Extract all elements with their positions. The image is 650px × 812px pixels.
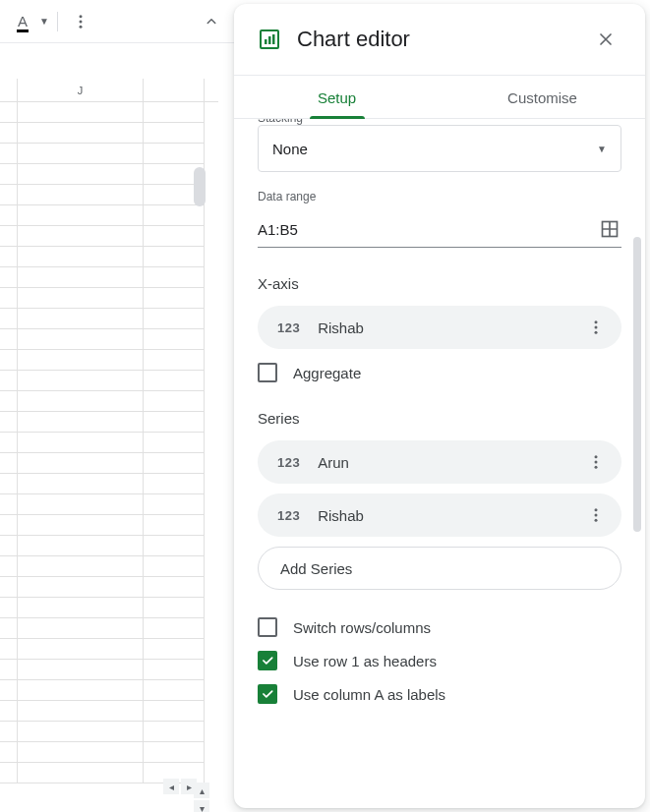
series-type-badge: 123 [277, 508, 300, 523]
grid-row[interactable] [0, 680, 218, 701]
add-series-label: Add Series [280, 560, 352, 577]
svg-point-15 [595, 466, 598, 469]
grid-row[interactable] [0, 536, 218, 556]
svg-point-17 [595, 514, 598, 517]
grid-row[interactable] [0, 288, 218, 309]
stacking-select[interactable]: None ▼ [258, 125, 621, 172]
use-column-a-labels-row[interactable]: Use column A as labels [258, 684, 621, 704]
series-chip-label: Rishab [318, 507, 578, 524]
grid-row[interactable] [0, 577, 218, 598]
grid-row[interactable] [0, 701, 218, 722]
chevron-up-icon [203, 13, 220, 30]
select-range-button[interactable] [598, 217, 621, 241]
grid-row[interactable] [0, 226, 218, 247]
x-axis-chip[interactable]: 123 Rishab [258, 306, 621, 349]
grid-row[interactable] [0, 722, 218, 742]
aggregate-checkbox-row[interactable]: Aggregate [258, 363, 621, 382]
grid-row[interactable] [0, 164, 218, 185]
use-column-a-labels-checkbox[interactable] [258, 684, 277, 704]
switch-rows-columns-label: Switch rows/columns [293, 619, 431, 636]
svg-rect-6 [272, 34, 275, 44]
x-axis-chip-menu[interactable] [578, 310, 614, 345]
grid-row[interactable] [0, 391, 218, 412]
grid-row[interactable] [0, 123, 218, 144]
text-color-button[interactable]: A [8, 7, 37, 36]
grid-row[interactable] [0, 556, 218, 577]
editor-scrollbar-thumb[interactable] [633, 237, 641, 532]
tab-customise[interactable]: Customise [440, 76, 645, 118]
grid-row[interactable] [0, 474, 218, 494]
use-row-1-headers-row[interactable]: Use row 1 as headers [258, 651, 621, 670]
switch-rows-columns-row[interactable]: Switch rows/columns [258, 617, 621, 637]
svg-point-2 [79, 25, 82, 28]
series-chip-menu[interactable] [578, 444, 614, 480]
use-column-a-labels-label: Use column A as labels [293, 686, 445, 703]
data-range-row [258, 211, 621, 248]
chart-editor-title: Chart editor [297, 27, 570, 52]
column-header[interactable] [144, 79, 205, 101]
stacking-value: None [272, 141, 308, 157]
switch-rows-columns-checkbox[interactable] [258, 617, 277, 637]
grid-row[interactable] [0, 267, 218, 288]
grid-rows [0, 102, 218, 783]
close-button[interactable] [586, 20, 625, 59]
scroll-right-button[interactable]: ▸ [181, 779, 197, 794]
grid-row[interactable] [0, 205, 218, 226]
editor-scroll-area[interactable]: Stacking None ▼ Data range X-axis 123 [234, 119, 645, 808]
more-vert-icon [72, 13, 89, 30]
column-header[interactable] [0, 79, 18, 101]
grid-row[interactable] [0, 329, 218, 350]
grid-row[interactable] [0, 639, 218, 660]
scroll-down-button[interactable]: ▾ [194, 800, 209, 812]
scroll-left-button[interactable]: ◂ [163, 779, 179, 794]
collapse-button[interactable] [197, 7, 226, 36]
scrollbar-vertical[interactable]: ▴ ▾ [194, 145, 206, 784]
svg-point-12 [595, 331, 598, 334]
column-header-j[interactable]: J [18, 79, 144, 101]
grid-row[interactable] [0, 433, 218, 453]
svg-rect-5 [268, 36, 271, 44]
scrollbar-thumb[interactable] [194, 167, 206, 206]
grid-row[interactable] [0, 598, 218, 618]
aggregate-checkbox[interactable] [258, 363, 277, 382]
grid-row[interactable] [0, 515, 218, 536]
use-row-1-headers-label: Use row 1 as headers [293, 653, 437, 669]
svg-point-16 [595, 508, 598, 511]
tab-setup[interactable]: Setup [234, 76, 440, 118]
editor-tabs: Setup Customise [234, 76, 645, 119]
data-range-label: Data range [258, 190, 621, 203]
grid-row[interactable] [0, 412, 218, 433]
series-chip[interactable]: 123 Rishab [258, 493, 621, 537]
x-axis-chip-label: Rishab [318, 319, 578, 336]
series-title: Series [258, 410, 621, 427]
chevron-down-icon: ▼ [597, 144, 607, 154]
grid-row[interactable] [0, 144, 218, 164]
chevron-down-icon[interactable]: ▼ [39, 16, 49, 27]
more-vert-icon [587, 453, 605, 471]
grid-row[interactable] [0, 660, 218, 680]
grid-row[interactable] [0, 742, 218, 763]
grid-row[interactable] [0, 102, 218, 123]
grid-row[interactable] [0, 185, 218, 205]
more-button[interactable] [66, 7, 95, 36]
use-row-1-headers-checkbox[interactable] [258, 651, 277, 670]
scrollbar-horizontal-controls: ◂ ▸ [163, 779, 197, 794]
data-range-input[interactable] [258, 221, 590, 238]
grid-row[interactable] [0, 371, 218, 391]
svg-point-11 [595, 326, 598, 329]
grid-row[interactable] [0, 618, 218, 639]
grid-row[interactable] [0, 494, 218, 515]
spreadsheet-grid[interactable]: J ▴ ▾ ◂ ▸ [0, 43, 218, 812]
check-icon [261, 687, 274, 701]
series-type-badge: 123 [277, 455, 300, 470]
close-icon [596, 29, 616, 49]
grid-row[interactable] [0, 309, 218, 329]
chart-icon [258, 28, 281, 51]
grid-row[interactable] [0, 247, 218, 267]
add-series-button[interactable]: Add Series [258, 547, 621, 590]
series-chip[interactable]: 123 Arun [258, 440, 621, 484]
series-chip-menu[interactable] [578, 497, 614, 533]
grid-row[interactable] [0, 350, 218, 371]
grid-row[interactable] [0, 453, 218, 474]
more-vert-icon [587, 319, 605, 336]
